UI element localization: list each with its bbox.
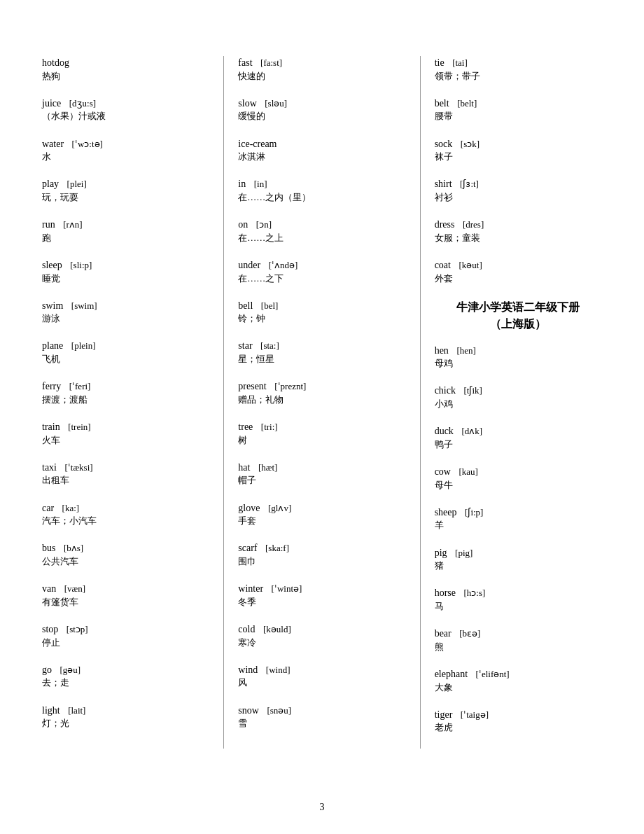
phonetic: [kəut]: [458, 259, 482, 272]
word: fast: [238, 56, 252, 70]
word: play: [42, 177, 59, 191]
word: elephant: [435, 667, 468, 681]
translation: 大象: [435, 681, 602, 694]
translation: 热狗: [42, 70, 209, 83]
phonetic: [plein]: [71, 340, 96, 352]
word: scarf: [238, 541, 257, 555]
phonetic: [hɔ:s]: [463, 587, 485, 599]
phonetic: [dres]: [463, 218, 484, 231]
entry-dress: dress [dres] 女服；童装: [435, 218, 602, 244]
word: go: [42, 663, 52, 677]
word: run: [42, 218, 55, 232]
word: tree: [238, 420, 253, 434]
word: cold: [238, 623, 255, 637]
word: pig: [435, 546, 447, 560]
word: hen: [435, 344, 449, 358]
phonetic: [kau]: [458, 466, 477, 478]
page: hotdog 热狗 juice [dʒu:s] （水果）汁或液 water [ˈ…: [0, 0, 644, 834]
entry-hen: hen [hen] 母鸡: [435, 344, 602, 370]
phonetic: [sləu]: [265, 97, 287, 110]
entry-fast: fast [fa:st] 快速的: [238, 56, 405, 83]
entry-star: star [sta:] 星；恒星: [238, 339, 405, 366]
translation: 灯；光: [42, 717, 209, 730]
entry-cow: cow [kau] 母牛: [435, 465, 602, 492]
translation: 老虎: [435, 721, 602, 734]
phonetic: [trein]: [68, 421, 90, 433]
column-1: hotdog 热狗 juice [dʒu:s] （水果）汁或液 water [ˈ…: [28, 56, 224, 749]
phonetic: [tri:]: [261, 421, 278, 433]
translation: 小鸡: [435, 398, 602, 410]
translation: 树: [238, 434, 405, 447]
phonetic: [sli:p]: [70, 259, 92, 272]
phonetic: [væn]: [64, 583, 85, 595]
phonetic: [ˈtæksi]: [65, 461, 93, 474]
translation: 领带；带子: [435, 70, 602, 83]
word: tiger: [435, 708, 453, 722]
entry-winter: winter [ˈwintə] 冬季: [238, 582, 405, 609]
translation: 熊: [435, 641, 602, 653]
phonetic: [sɔk]: [461, 138, 479, 151]
entry-ice-cream: ice-cream 冰淇淋: [238, 137, 405, 164]
word: sheep: [435, 506, 457, 520]
word: slow: [238, 97, 256, 111]
entry-juice: juice [dʒu:s] （水果）汁或液: [42, 97, 209, 123]
translation: 跑: [42, 232, 209, 244]
entry-run: run [rʌn] 跑: [42, 218, 209, 244]
entry-duck: duck [dʌk] 鸭子: [435, 424, 602, 451]
phonetic: [ˈʌndə]: [269, 259, 298, 272]
translation: 睡觉: [42, 272, 209, 285]
phonetic: [ˈtaigə]: [461, 709, 489, 721]
columns-wrapper: hotdog 热狗 juice [dʒu:s] （水果）汁或液 water [ˈ…: [28, 56, 616, 749]
translation: 水: [42, 151, 209, 163]
entry-coat: coat [kəut] 外套: [435, 258, 602, 285]
translation: 停止: [42, 637, 209, 649]
word: sock: [435, 137, 453, 151]
translation: 女服；童装: [435, 232, 602, 244]
page-number: 3: [320, 802, 325, 813]
translation: 猪: [435, 560, 602, 572]
phonetic: [ka:]: [62, 502, 80, 515]
translation: 在……之上: [238, 232, 405, 244]
word: bear: [435, 627, 451, 641]
entry-under: under [ˈʌndə] 在……之下: [238, 258, 405, 285]
section-title: 牛津小学英语二年级下册（上海版）: [435, 299, 602, 333]
translation: 母鸡: [435, 357, 602, 370]
word: bell: [238, 299, 253, 313]
phonetic: [stɔp]: [66, 623, 88, 636]
translation: 围巾: [238, 555, 405, 568]
word: ferry: [42, 380, 61, 394]
word: in: [238, 177, 246, 191]
translation: 星；恒星: [238, 353, 405, 366]
phonetic: [ska:f]: [265, 542, 289, 555]
entry-cold: cold [kəuld] 寒冷: [238, 623, 405, 649]
entry-sock: sock [sɔk] 袜子: [435, 137, 602, 164]
translation: 袜子: [435, 151, 602, 163]
word: plane: [42, 339, 63, 353]
translation: 手套: [238, 515, 405, 527]
entry-present: present [ˈpreznt] 赠品；礼物: [238, 380, 405, 406]
phonetic: [in]: [254, 178, 267, 190]
translation: 玩，玩耍: [42, 191, 209, 204]
section-title-entry: 牛津小学英语二年级下册（上海版）: [435, 299, 602, 333]
translation: 帽子: [238, 474, 405, 487]
word: duck: [435, 424, 454, 438]
entry-car: car [ka:] 汽车；小汽车: [42, 501, 209, 528]
phonetic: [fa:st]: [260, 57, 282, 69]
word: swim: [42, 299, 63, 313]
translation: 铃；钟: [238, 312, 405, 325]
phonetic: [lait]: [68, 704, 85, 717]
translation: 出租车: [42, 474, 209, 487]
entry-snow: snow [snəu] 雪: [238, 704, 405, 730]
word: hat: [238, 461, 250, 475]
phonetic: [glʌv]: [268, 502, 291, 515]
translation: （水果）汁或液: [42, 110, 209, 123]
entry-hat: hat [hæt] 帽子: [238, 461, 405, 487]
phonetic: [plei]: [67, 178, 87, 190]
column-3: tie [tai] 领带；带子 belt [belt] 腰带 sock [sɔk…: [421, 56, 616, 749]
translation: 腰带: [435, 110, 602, 123]
entry-glove: glove [glʌv] 手套: [238, 501, 405, 528]
word: light: [42, 704, 60, 718]
entry-sheep: sheep [ʃi:p] 羊: [435, 506, 602, 532]
entry-bear: bear [bɛə] 熊: [435, 627, 602, 653]
entry-slow: slow [sləu] 缓慢的: [238, 97, 405, 123]
